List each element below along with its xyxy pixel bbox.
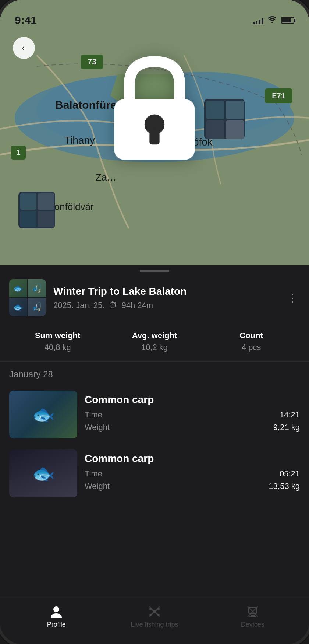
sum-weight-label: Sum weight — [35, 331, 80, 340]
catch-meta-time-2: Time 05:21 — [85, 469, 300, 479]
wifi-icon — [267, 15, 277, 25]
trip-title: Winter Trip to Lake Balaton — [53, 285, 278, 298]
bottom-nav: Profile Live fishing trips — [0, 596, 309, 644]
date-header: January 28 — [0, 362, 309, 385]
phone-frame: 73 E71 1 Balatonfüred Tihany Siófok Za… … — [0, 0, 309, 644]
avg-weight-label: Avg. weight — [132, 331, 177, 340]
signal-icon — [253, 16, 263, 24]
back-button[interactable]: ‹ — [13, 37, 35, 59]
avg-weight-value: 10,2 kg — [141, 343, 168, 352]
catch-details-1: Common carp Time 14:21 Weight 9,21 kg — [85, 394, 300, 435]
nav-devices-label: Devices — [241, 621, 264, 629]
catch-weight-label-2: Weight — [85, 482, 110, 491]
nav-devices[interactable]: Devices — [203, 605, 302, 629]
stat-avg-weight: Avg. weight 10,2 kg — [106, 331, 203, 352]
catch-time-label-1: Time — [85, 410, 102, 420]
svg-rect-27 — [0, 0, 309, 265]
clock-icon: ⏱ — [109, 301, 117, 310]
catch-time-value-1: 14:21 — [280, 410, 300, 420]
map-area: 73 E71 1 Balatonfüred Tihany Siófok Za… … — [0, 0, 309, 265]
stat-count: Count 4 pcs — [203, 331, 300, 352]
nav-profile-label: Profile — [47, 621, 66, 629]
catch-photo-2: 🐟 — [9, 449, 77, 497]
trip-photos: 🐟 🎣 🐟 🎣 — [9, 279, 46, 316]
catch-item-1[interactable]: 🐟 Common carp Time 14:21 Weight 9,21 kg — [0, 385, 309, 444]
status-bar: 9:41 — [0, 0, 309, 33]
count-label: Count — [240, 331, 263, 340]
live-fishing-icon — [148, 605, 161, 619]
trip-date: 2025. Jan. 25. — [53, 301, 104, 310]
catch-meta-weight-2: Weight 13,53 kg — [85, 482, 300, 491]
svg-point-31 — [53, 606, 59, 612]
catch-item-2[interactable]: 🐟 Common carp Time 05:21 Weight 13,53 kg — [0, 444, 309, 503]
back-chevron-icon: ‹ — [22, 43, 25, 53]
battery-icon — [281, 17, 294, 24]
catch-species-1: Common carp — [85, 394, 300, 406]
catch-weight-label-1: Weight — [85, 423, 110, 432]
trip-info: Winter Trip to Lake Balaton 2025. Jan. 2… — [53, 285, 278, 310]
catch-weight-value-1: 9,21 kg — [273, 423, 300, 432]
trip-photo-2: 🎣 — [28, 279, 46, 297]
count-value: 4 pcs — [242, 343, 261, 352]
devices-icon — [246, 605, 260, 619]
status-icons — [253, 15, 294, 25]
profile-icon — [49, 605, 63, 619]
status-time: 9:41 — [15, 14, 37, 27]
catch-details-2: Common carp Time 05:21 Weight 13,53 kg — [85, 453, 300, 494]
drag-handle — [140, 270, 169, 272]
catch-time-label-2: Time — [85, 469, 102, 479]
trip-meta: 2025. Jan. 25. ⏱ 94h 24m — [53, 301, 278, 310]
nav-live-fishing[interactable]: Live fishing trips — [106, 605, 204, 629]
nav-profile[interactable]: Profile — [7, 605, 106, 629]
catch-time-value-2: 05:21 — [280, 469, 300, 479]
sum-weight-value: 40,8 kg — [45, 343, 71, 352]
trip-duration: 94h 24m — [121, 301, 153, 310]
stats-row: Sum weight 40,8 kg Avg. weight 10,2 kg C… — [0, 323, 309, 362]
catch-species-2: Common carp — [85, 453, 300, 465]
trip-more-button[interactable]: ⋮ — [285, 290, 300, 306]
trip-photo-1: 🐟 — [9, 279, 27, 297]
trip-photo-3: 🐟 — [9, 298, 27, 316]
stat-sum-weight: Sum weight 40,8 kg — [9, 331, 106, 352]
trip-header: 🐟 🎣 🐟 🎣 Winter Trip to Lake Balaton 2025… — [0, 279, 309, 323]
catch-meta-time-1: Time 14:21 — [85, 410, 300, 420]
catch-meta-weight-1: Weight 9,21 kg — [85, 423, 300, 432]
content-area: 🐟 🎣 🐟 🎣 Winter Trip to Lake Balaton 2025… — [0, 265, 309, 596]
trip-photo-4: 🎣 — [28, 298, 46, 316]
catch-photo-1: 🐟 — [9, 391, 77, 438]
nav-live-fishing-label: Live fishing trips — [131, 621, 178, 629]
catch-weight-value-2: 13,53 kg — [269, 482, 300, 491]
